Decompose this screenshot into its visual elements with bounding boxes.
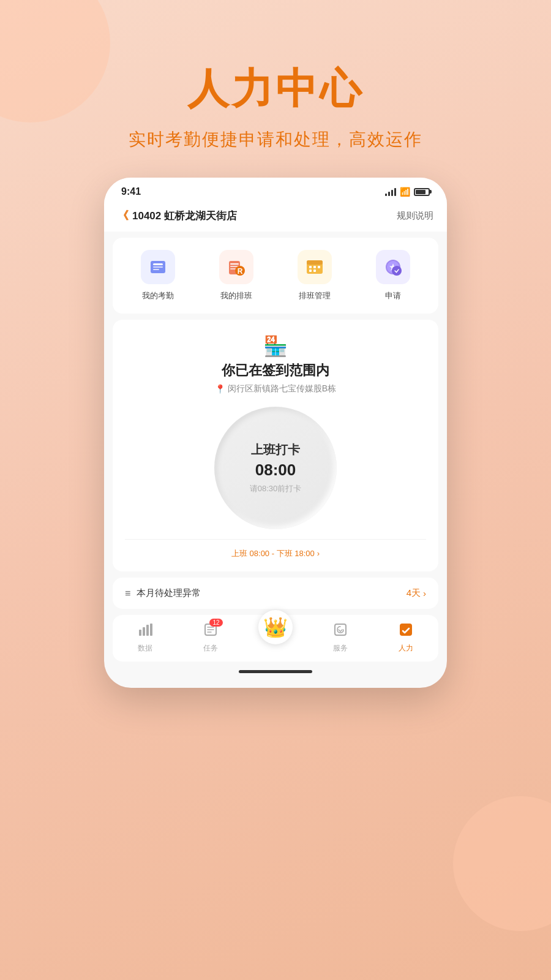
rules-button[interactable]: 规则说明 (397, 210, 433, 222)
tab-data[interactable]: 数据 (127, 622, 163, 657)
clock-container[interactable]: 上班打卡 08:00 请08:30前打卡 (125, 407, 426, 529)
svg-rect-22 (146, 625, 149, 636)
tab-center[interactable]: 👑 (257, 610, 294, 644)
svg-rect-12 (309, 266, 312, 268)
quick-item-manage[interactable]: 排班管理 (290, 250, 339, 301)
quick-menu-card: 我的考勤 R 我的排班 (113, 238, 438, 314)
apply-label: 申请 (385, 290, 401, 301)
status-bar: 9:41 📶 (104, 178, 447, 202)
svg-text:R: R (238, 267, 243, 276)
location-pin-icon: 📍 (215, 384, 225, 394)
apply-icon (376, 250, 410, 284)
shift-row[interactable]: 上班 08:00 - 下班 18:00 › (125, 539, 426, 559)
shift-arrow-icon: › (317, 549, 320, 558)
svg-rect-21 (143, 627, 145, 636)
battery-icon (414, 188, 430, 196)
svg-rect-1 (153, 263, 163, 265)
location-text: 闵行区新镇路七宝传媒股B栋 (228, 383, 336, 394)
quick-item-schedule[interactable]: R 我的排班 (212, 250, 261, 301)
task-tab-label: 任务 (203, 643, 218, 654)
svg-rect-23 (150, 624, 152, 636)
anomaly-value: 4天 (407, 587, 421, 599)
anomaly-bar[interactable]: ≡ 本月待处理异常 4天 › (113, 578, 438, 609)
status-time: 9:41 (121, 186, 141, 197)
hr-tab-label: 人力 (399, 643, 413, 654)
svg-rect-5 (230, 263, 239, 265)
quick-menu: 我的考勤 R 我的排班 (119, 250, 432, 301)
svg-rect-28 (335, 624, 346, 635)
manage-label: 排班管理 (299, 290, 331, 301)
checkin-status: 你已在签到范围内 (222, 361, 329, 380)
anomaly-arrow-icon: › (423, 588, 426, 598)
checkin-card: 🏪 你已在签到范围内 📍 闵行区新镇路七宝传媒股B栋 上班打卡 08:00 请0… (113, 320, 438, 571)
task-badge: 12 (209, 619, 222, 627)
wifi-icon: 📶 (400, 187, 410, 197)
attendance-icon (141, 250, 175, 284)
svg-rect-14 (318, 266, 320, 268)
svg-rect-29 (400, 624, 412, 636)
tab-task[interactable]: 12 任务 (192, 622, 229, 657)
store-icon: 🏪 (263, 334, 288, 358)
clock-circle[interactable]: 上班打卡 08:00 请08:30前打卡 (214, 407, 337, 529)
clock-time: 08:00 (255, 461, 296, 480)
svg-rect-11 (307, 260, 323, 265)
back-icon[interactable]: 《 (118, 208, 129, 223)
decorative-circle-bottom (453, 796, 551, 931)
status-icons: 📶 (385, 187, 430, 197)
signal-icon (385, 187, 396, 196)
nav-title: 10402 虹桥龙湖天街店 (132, 209, 237, 223)
tab-hr[interactable]: 人力 (388, 622, 424, 657)
anomaly-text: 本月待处理异常 (137, 587, 201, 599)
clock-hint: 请08:30前打卡 (250, 483, 302, 494)
phone-frame: 9:41 📶 《 10402 虹桥龙湖天街店 规则说明 (104, 178, 447, 688)
page-subtitle: 实时考勤便捷申请和处理，高效运作 (0, 128, 551, 151)
svg-rect-3 (153, 269, 159, 270)
svg-rect-15 (309, 270, 312, 272)
checkin-header: 🏪 你已在签到范围内 📍 闵行区新镇路七宝传媒股B栋 (125, 334, 426, 394)
svg-point-19 (392, 266, 402, 276)
hr-tab-icon (399, 622, 413, 641)
svg-rect-16 (313, 270, 316, 272)
attendance-label: 我的考勤 (142, 290, 174, 301)
anomaly-left: ≡ 本月待处理异常 (125, 587, 201, 599)
center-tab-icon[interactable]: 👑 (258, 610, 293, 644)
schedule-icon: R (219, 250, 253, 284)
tab-bar: 数据 12 任务 👑 (113, 615, 438, 662)
tab-service[interactable]: 服务 (322, 622, 359, 657)
anomaly-right: 4天 › (407, 587, 426, 599)
quick-item-attendance[interactable]: 我的考勤 (133, 250, 182, 301)
nav-left: 《 10402 虹桥龙湖天街店 (118, 208, 237, 223)
data-tab-icon (138, 622, 152, 641)
manage-icon (298, 250, 332, 284)
crown-icon: 👑 (263, 616, 288, 639)
shift-text: 上班 08:00 - 下班 18:00 (231, 549, 315, 558)
quick-item-apply[interactable]: 申请 (369, 250, 418, 301)
location-row: 📍 闵行区新镇路七宝传媒股B栋 (215, 383, 336, 394)
clock-action-text: 上班打卡 (251, 442, 300, 458)
data-tab-label: 数据 (138, 643, 152, 654)
svg-rect-13 (313, 266, 316, 268)
svg-rect-2 (153, 266, 163, 268)
service-tab-icon (333, 622, 348, 641)
schedule-label: 我的排班 (220, 290, 252, 301)
service-tab-label: 服务 (333, 643, 348, 654)
nav-bar: 《 10402 虹桥龙湖天街店 规则说明 (104, 202, 447, 232)
task-tab-icon: 12 (203, 622, 218, 641)
home-indicator (239, 670, 312, 673)
svg-rect-20 (139, 630, 141, 636)
anomaly-menu-icon: ≡ (125, 588, 130, 599)
